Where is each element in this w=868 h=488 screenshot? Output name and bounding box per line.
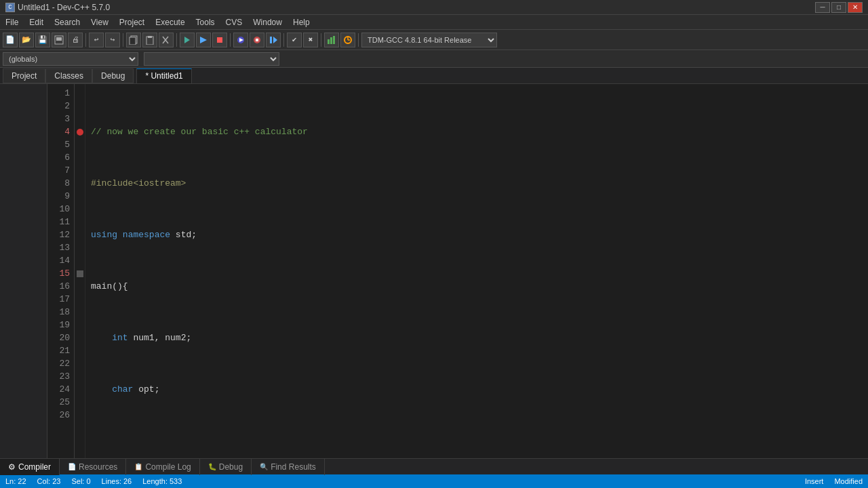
line-num-15: 15 bbox=[47, 267, 70, 280]
svg-rect-15 bbox=[270, 37, 272, 43]
line-num-22: 22 bbox=[47, 357, 70, 370]
bp-16 bbox=[75, 280, 85, 293]
svg-rect-14 bbox=[256, 39, 258, 41]
bottom-tab-compile-log[interactable]: 📋 Compile Log bbox=[126, 459, 199, 475]
line-num-17: 17 bbox=[47, 293, 70, 306]
bp-13 bbox=[75, 241, 85, 254]
sidebar bbox=[0, 84, 47, 458]
breakpoint-sq-15 bbox=[77, 270, 83, 277]
svg-rect-3 bbox=[130, 37, 136, 45]
stop-button[interactable] bbox=[212, 33, 227, 47]
bottom-panel: ⚙ Compiler 📄 Resources 📋 Compile Log 🐛 D… bbox=[0, 458, 868, 474]
compiler-tab-label: Compiler bbox=[18, 462, 51, 472]
find-results-tab-icon: 🔍 bbox=[260, 463, 268, 470]
file-tab-untitled1[interactable]: * Untitled1 bbox=[136, 68, 191, 83]
line-num-16: 16 bbox=[47, 280, 70, 293]
menu-tools[interactable]: Tools bbox=[191, 15, 220, 29]
maximize-button[interactable]: □ bbox=[831, 2, 846, 13]
breakpoint-dot-4 bbox=[77, 129, 83, 136]
nav-tab-classes[interactable]: Classes bbox=[45, 68, 92, 83]
new-button[interactable]: 📄 bbox=[3, 33, 18, 47]
paste-button[interactable] bbox=[142, 33, 157, 47]
menu-help[interactable]: Help bbox=[288, 15, 315, 29]
bp-26 bbox=[75, 409, 85, 422]
sep6 bbox=[321, 33, 321, 47]
line-numbers: 1 2 3 4 5 6 7 8 9 10 11 12 13 14 15 16 1… bbox=[47, 84, 75, 458]
cut-button[interactable] bbox=[159, 33, 174, 47]
bottom-tab-resources[interactable]: 📄 Resources bbox=[60, 459, 126, 475]
line-num-13: 13 bbox=[47, 241, 70, 254]
bp-column bbox=[75, 84, 85, 458]
close-file-button[interactable]: ✖ bbox=[303, 33, 318, 47]
scope-second-select[interactable] bbox=[144, 52, 279, 66]
menu-edit[interactable]: Edit bbox=[24, 15, 49, 29]
toolbar-main: 📄 📂 💾 🖨 ↩ ↪ ✔ ✖ TDM-GC bbox=[0, 30, 868, 50]
find-results-tab-label: Find Results bbox=[271, 462, 316, 472]
menu-execute[interactable]: Execute bbox=[150, 15, 190, 29]
menu-window[interactable]: Window bbox=[248, 15, 288, 29]
line-num-4: 4 bbox=[47, 125, 70, 138]
save-button[interactable]: 💾 bbox=[35, 33, 50, 47]
svg-rect-17 bbox=[328, 39, 330, 44]
save-all-button[interactable] bbox=[52, 33, 66, 47]
graph2-button[interactable] bbox=[340, 33, 355, 47]
line-num-14: 14 bbox=[47, 254, 70, 267]
open-button[interactable]: 📂 bbox=[19, 33, 34, 47]
debug-tab-label: Debug bbox=[219, 462, 243, 472]
debug-run-button[interactable] bbox=[233, 33, 248, 47]
bp-8 bbox=[75, 177, 85, 190]
code-line-1: // now we create our basic c++ calculato… bbox=[91, 125, 863, 138]
sep4 bbox=[230, 33, 231, 47]
line-num-23: 23 bbox=[47, 370, 70, 383]
minimize-button[interactable]: ─ bbox=[815, 2, 830, 13]
menu-cvs[interactable]: CVS bbox=[220, 15, 248, 29]
line-num-26: 26 bbox=[47, 409, 70, 422]
menu-file[interactable]: File bbox=[0, 15, 24, 29]
compile-log-tab-icon: 📋 bbox=[134, 463, 142, 470]
close-button[interactable]: ✕ bbox=[848, 2, 863, 13]
code-editor[interactable]: 1 2 3 4 5 6 7 8 9 10 11 12 13 14 15 16 1… bbox=[47, 84, 868, 458]
app-icon: C bbox=[5, 3, 15, 12]
line-num-24: 24 bbox=[47, 383, 70, 396]
nav-tab-debug[interactable]: Debug bbox=[92, 68, 134, 83]
redo-button[interactable]: ↪ bbox=[105, 33, 120, 47]
line-num-8: 8 bbox=[47, 177, 70, 190]
bp-12 bbox=[75, 228, 85, 241]
bp-23 bbox=[75, 370, 85, 383]
nav-tab-project[interactable]: Project bbox=[3, 68, 45, 83]
line-num-12: 12 bbox=[47, 228, 70, 241]
menu-search[interactable]: Search bbox=[49, 15, 85, 29]
bp-15 bbox=[75, 267, 85, 280]
check-button[interactable]: ✔ bbox=[287, 33, 302, 47]
svg-marker-8 bbox=[184, 37, 190, 43]
line-num-2: 2 bbox=[47, 100, 70, 113]
line-num-6: 6 bbox=[47, 151, 70, 164]
file-tab-label: * Untitled1 bbox=[145, 71, 182, 81]
line-num-10: 10 bbox=[47, 203, 70, 216]
scope-globals-select[interactable]: (globals) bbox=[3, 52, 138, 66]
compiler-select[interactable]: TDM-GCC 4.8.1 64-bit Release bbox=[361, 33, 497, 47]
bottom-tab-find-results[interactable]: 🔍 Find Results bbox=[252, 459, 325, 475]
undo-button[interactable]: ↩ bbox=[89, 33, 104, 47]
resources-tab-label: Resources bbox=[79, 462, 117, 472]
compile-button[interactable] bbox=[180, 33, 195, 47]
bottom-tab-debug[interactable]: 🐛 Debug bbox=[200, 459, 252, 475]
graph1-button[interactable] bbox=[324, 33, 339, 47]
svg-rect-10 bbox=[217, 37, 222, 43]
resources-tab-icon: 📄 bbox=[68, 463, 76, 470]
sep7 bbox=[358, 33, 359, 47]
debug-step-button[interactable] bbox=[266, 33, 281, 47]
menu-view[interactable]: View bbox=[85, 15, 114, 29]
run-button[interactable] bbox=[196, 33, 211, 47]
bp-1 bbox=[75, 87, 85, 100]
code-line-6: char opt; bbox=[91, 383, 863, 396]
menu-project[interactable]: Project bbox=[114, 15, 150, 29]
line-num-18: 18 bbox=[47, 306, 70, 319]
bottom-tab-compiler[interactable]: ⚙ Compiler bbox=[0, 459, 60, 475]
svg-rect-5 bbox=[148, 36, 152, 38]
print-button[interactable]: 🖨 bbox=[68, 33, 83, 47]
debug-stop-button[interactable] bbox=[250, 33, 264, 47]
code-content[interactable]: // now we create our basic c++ calculato… bbox=[85, 84, 868, 458]
copy-button[interactable] bbox=[126, 33, 141, 47]
line-num-7: 7 bbox=[47, 164, 70, 177]
